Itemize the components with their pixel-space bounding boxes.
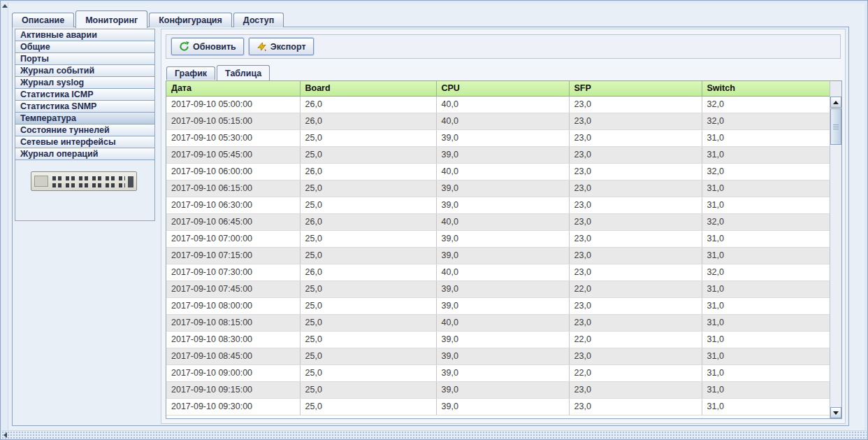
table-row[interactable]: 2017-09-10 08:15:0025,040,023,031,0 [166,314,830,331]
table-cell: 32,0 [702,113,830,129]
column-header[interactable]: Дата [166,81,300,96]
table-cell: 39,0 [436,297,569,314]
sidebar-item[interactable]: Состояние туннелей [15,124,155,136]
sidebar-item[interactable]: Журнал событий [15,64,155,77]
table-cell: 23,0 [569,213,702,230]
table-row[interactable]: 2017-09-10 06:30:0025,039,023,031,0 [166,197,830,213]
table-row[interactable]: 2017-09-10 05:00:0026,040,023,032,0 [166,96,830,113]
table-row[interactable]: 2017-09-10 08:00:0025,039,023,031,0 [166,297,830,314]
table-cell: 25,0 [300,364,436,381]
tab[interactable]: Мониторинг [75,10,147,28]
temperature-table: ДатаBoardCPUSFPSwitch 2017-09-10 05:00:0… [166,81,830,416]
export-button-label: Экспорт [270,42,306,52]
table-cell: 25,0 [300,348,436,364]
table-cell: 23,0 [569,297,702,314]
scroll-up-icon[interactable] [2,4,8,8]
tab[interactable]: Конфигурация [149,13,232,27]
content-tabs: ГрафикТаблица [166,65,270,80]
content-panel: Обновить Экспорт ГрафикТаблица [161,29,846,424]
table-row[interactable]: 2017-09-10 06:45:0026,040,023,032,0 [166,213,830,230]
sidebar-item[interactable]: Статистика SNMP [15,100,155,113]
table-cell: 26,0 [300,213,436,230]
column-header[interactable]: CPU [436,81,569,96]
sidebar-item[interactable]: Журнал операций [15,148,155,160]
table-cell: 2017-09-10 09:15:00 [166,381,300,398]
sidebar-item[interactable]: Активные аварии [15,29,155,41]
refresh-button-label: Обновить [193,42,236,52]
scroll-left-icon[interactable] [3,432,7,438]
sidebar-item[interactable]: Сетевые интерфейсы [15,136,155,148]
table-cell: 26,0 [300,163,436,180]
table-cell: 2017-09-10 08:15:00 [166,314,300,331]
table-cell: 23,0 [569,163,702,180]
outer-horizontal-scrollbar[interactable] [1,430,867,439]
table-cell: 39,0 [436,146,569,163]
table-cell: 23,0 [569,348,702,364]
table-cell: 40,0 [436,113,569,129]
column-header[interactable]: SFP [569,81,702,96]
table-row[interactable]: 2017-09-10 06:15:0025,039,023,031,0 [166,180,830,197]
table-cell: 32,0 [702,213,830,230]
table-cell: 2017-09-10 06:45:00 [166,213,300,230]
refresh-button[interactable]: Обновить [171,38,244,55]
table-row[interactable]: 2017-09-10 08:30:0025,039,022,031,0 [166,331,830,348]
tab[interactable]: Таблица [217,65,270,80]
table-cell: 25,0 [300,297,436,314]
outer-vertical-scrollbar[interactable] [1,1,8,430]
table-cell: 2017-09-10 07:00:00 [166,230,300,247]
table-row[interactable]: 2017-09-10 07:45:0025,039,022,031,0 [166,281,830,297]
table-cell: 31,0 [702,129,830,146]
table-cell: 39,0 [436,348,569,364]
scrollbar-thumb[interactable] [830,108,841,145]
table-cell: 2017-09-10 05:45:00 [166,146,300,163]
table-cell: 25,0 [300,197,436,213]
table-cell: 39,0 [436,281,569,297]
table-cell: 31,0 [702,348,830,364]
export-button[interactable]: Экспорт [249,38,314,55]
device-panel-section [34,176,48,187]
table-row[interactable]: 2017-09-10 08:45:0025,039,023,031,0 [166,348,830,364]
table-row[interactable]: 2017-09-10 07:30:0026,040,023,032,0 [166,264,830,281]
table-row[interactable]: 2017-09-10 09:00:0025,039,022,031,0 [166,364,830,381]
table-cell: 25,0 [300,314,436,331]
sidebar-device-panel [15,160,155,221]
table-cell: 22,0 [569,281,702,297]
scrollbar-down-button[interactable] [830,407,841,418]
table-cell: 2017-09-10 05:00:00 [166,96,300,113]
table-cell: 2017-09-10 06:15:00 [166,180,300,197]
sidebar-item[interactable]: Порты [15,52,155,65]
table-row[interactable]: 2017-09-10 05:30:0025,039,023,031,0 [166,129,830,146]
table-cell: 32,0 [702,163,830,180]
table-cell: 39,0 [436,364,569,381]
table-cell: 23,0 [569,113,702,129]
table-header-row: ДатаBoardCPUSFPSwitch [166,81,830,96]
table-cell: 2017-09-10 08:45:00 [166,348,300,364]
table-row[interactable]: 2017-09-10 05:15:0026,040,023,032,0 [166,113,830,129]
column-header[interactable]: Board [300,81,436,96]
tab[interactable]: Доступ [233,13,284,27]
table-row[interactable]: 2017-09-10 09:15:0025,039,023,031,0 [166,381,830,398]
table-cell: 25,0 [300,146,436,163]
table-row[interactable]: 2017-09-10 07:00:0025,039,023,031,0 [166,230,830,247]
sidebar-item[interactable]: Общие [15,41,155,53]
sidebar-item[interactable]: Статистика ICMP [15,88,155,101]
scrollbar-up-button[interactable] [830,97,841,108]
column-header[interactable]: Switch [702,81,830,96]
sidebar-item[interactable]: Температура [15,112,155,125]
sidebar-item[interactable]: Журнал syslog [15,76,155,89]
table-cell: 31,0 [702,197,830,213]
table-row[interactable]: 2017-09-10 06:00:0026,040,023,032,0 [166,163,830,180]
toolbar: Обновить Экспорт [166,34,841,59]
tab[interactable]: График [166,66,215,80]
table-cell: 31,0 [702,331,830,348]
table-cell: 23,0 [569,398,702,415]
tab[interactable]: Описание [12,13,74,27]
table-row[interactable]: 2017-09-10 09:30:0025,039,023,031,0 [166,398,830,415]
sidebar-items: Активные аварииОбщиеПортыЖурнал событийЖ… [15,29,155,160]
table-scrollbar[interactable] [830,97,841,418]
table-cell: 2017-09-10 07:30:00 [166,264,300,281]
table-row[interactable]: 2017-09-10 05:45:0025,039,023,031,0 [166,146,830,163]
table-cell: 31,0 [702,314,830,331]
table-cell: 25,0 [300,247,436,264]
table-row[interactable]: 2017-09-10 07:15:0025,039,023,031,0 [166,247,830,264]
